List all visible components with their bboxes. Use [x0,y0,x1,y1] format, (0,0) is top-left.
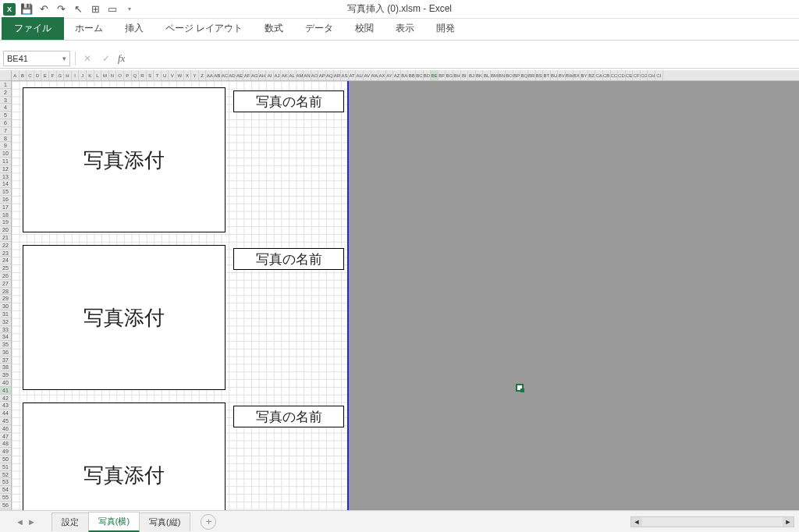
row-header[interactable]: 3 [0,97,11,105]
row-header[interactable]: 1 [0,81,11,89]
photo-name-2[interactable]: 写真の名前 [233,248,344,270]
name-box-dropdown-icon[interactable]: ▾ [62,55,66,62]
row-header[interactable]: 33 [0,326,11,334]
enter-icon[interactable]: ✓ [99,51,113,66]
row-header[interactable]: 26 [0,272,11,280]
qat-dropdown-icon[interactable]: ▾ [123,3,136,16]
column-header[interactable]: BJ [468,70,476,80]
column-header[interactable]: AF [243,70,251,80]
column-header[interactable]: AG [251,70,259,80]
column-header[interactable]: G [57,70,65,80]
window-icon[interactable]: ▭ [106,3,119,16]
column-header[interactable]: CI [655,70,663,80]
column-header[interactable]: D [34,70,42,80]
column-header[interactable]: K [87,70,94,80]
row-header[interactable]: 40 [0,379,11,387]
column-header[interactable]: AE [236,70,244,80]
column-header[interactable]: AQ [326,70,334,80]
column-header[interactable]: AV [364,70,371,80]
row-header[interactable]: 37 [0,356,11,364]
column-header[interactable]: AK [281,70,289,80]
row-header[interactable]: 17 [0,204,11,211]
row-header[interactable]: 32 [0,318,11,326]
tab-formulas[interactable]: 数式 [254,17,294,40]
row-header[interactable]: 29 [0,295,11,303]
row-header[interactable]: 36 [0,349,11,356]
row-header[interactable]: 23 [0,250,11,257]
row-header[interactable]: 50 [0,456,11,463]
row-header[interactable]: 31 [0,310,11,318]
active-cell[interactable] [516,384,524,392]
row-header[interactable]: 13 [0,173,11,181]
row-header[interactable]: 8 [0,135,11,143]
column-header[interactable]: AI [266,70,274,80]
column-header[interactable]: BS [536,70,544,80]
sheet-tab-photo-v[interactable]: 写真(縦) [139,512,190,531]
fx-icon[interactable]: fx [118,52,125,65]
column-header[interactable]: AZ [393,70,401,80]
row-header[interactable]: 44 [0,410,11,417]
column-header[interactable]: AU [356,70,364,80]
column-header[interactable]: BA [401,70,409,80]
column-header[interactable]: BW [566,70,574,80]
column-header[interactable]: Q [132,70,140,80]
sheet-nav[interactable]: ◄ ► [16,517,36,527]
photo-name-1[interactable]: 写真の名前 [233,90,344,112]
column-header[interactable]: BO [506,70,513,80]
row-header[interactable]: 35 [0,341,11,349]
row-header[interactable]: 55 [0,494,11,502]
row-header[interactable]: 6 [0,119,11,127]
row-header[interactable]: 47 [0,433,11,441]
column-header[interactable]: BU [551,70,559,80]
row-header[interactable]: 51 [0,463,11,471]
column-header[interactable]: F [49,70,57,80]
row-header[interactable]: 56 [0,502,11,509]
row-header[interactable]: 20 [0,226,11,234]
column-header[interactable]: V [169,70,176,80]
row-header[interactable]: 24 [0,257,11,264]
column-header[interactable]: BL [483,70,491,80]
column-header[interactable]: AY [386,70,394,80]
column-header[interactable]: BN [499,70,506,80]
row-header[interactable]: 15 [0,188,11,196]
column-header[interactable]: X [184,70,192,80]
row-headers[interactable]: 1234567891011121314151617181920212223242… [0,81,12,510]
row-header[interactable]: 19 [0,218,11,226]
column-header[interactable]: B [20,70,27,80]
column-header[interactable]: BY [581,70,588,80]
column-header[interactable]: U [162,70,169,80]
column-header[interactable]: C [27,70,34,80]
sheet-nav-prev-icon[interactable]: ◄ [16,517,24,527]
row-header[interactable]: 28 [0,288,11,296]
column-header[interactable]: BD [424,70,431,80]
row-header[interactable]: 21 [0,234,11,242]
column-header[interactable]: BM [491,70,499,80]
sheet-tab-photo-h[interactable]: 写真(横) [88,512,140,532]
horizontal-scrollbar[interactable]: ◄ ► [630,516,794,527]
column-header[interactable]: AA [206,70,214,80]
row-header[interactable]: 52 [0,471,11,479]
column-header[interactable]: BZ [588,70,596,80]
column-header[interactable]: BE [431,70,439,80]
column-header[interactable]: T [154,70,162,80]
tab-data[interactable]: データ [294,17,344,40]
redo-icon[interactable]: ↷ [55,3,67,16]
column-headers[interactable]: ABCDEFGHIJKLMNOPQRSTUVWXYZAAABACADAEAFAG… [12,70,799,81]
tab-file[interactable]: ファイル [2,17,64,40]
column-header[interactable]: CH [648,70,655,80]
column-header[interactable]: CC [611,70,619,80]
column-header[interactable]: AD [229,70,236,80]
select-all-corner[interactable] [0,70,12,81]
column-header[interactable]: AW [371,70,379,80]
column-header[interactable]: CE [626,70,634,80]
tab-review[interactable]: 校閲 [344,17,385,40]
row-header[interactable]: 41 [0,387,11,395]
row-header[interactable]: 14 [0,180,11,188]
row-header[interactable]: 48 [0,440,11,448]
column-header[interactable]: BB [408,70,416,80]
row-header[interactable]: 25 [0,264,11,272]
column-header[interactable]: BK [476,70,484,80]
row-header[interactable]: 10 [0,150,11,158]
column-header[interactable]: J [79,70,87,80]
column-header[interactable]: BH [453,70,461,80]
